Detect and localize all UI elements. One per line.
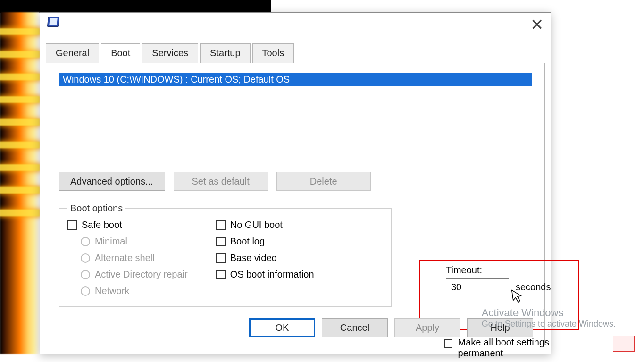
ad-repair-label: Active Directory repair: [95, 269, 188, 280]
no-gui-boot-label: No GUI boot: [230, 219, 283, 230]
no-gui-boot-input[interactable]: [216, 220, 226, 230]
tab-tools[interactable]: Tools: [252, 43, 294, 63]
background-side-flames: [0, 12, 40, 354]
boot-options-col-2: No GUI boot Boot log Base video OS: [216, 219, 314, 296]
minimal-input: [81, 237, 90, 246]
base-video-label: Base video: [230, 253, 277, 263]
boot-options-group: Boot options Safe boot Minimal: [59, 203, 392, 307]
network-input: [81, 286, 90, 296]
os-boot-info-checkbox[interactable]: OS boot information: [216, 269, 314, 280]
os-list-item[interactable]: Windows 10 (C:\WINDOWS) : Current OS; De…: [59, 73, 532, 86]
tab-boot[interactable]: Boot: [101, 43, 140, 63]
help-button[interactable]: Help: [467, 318, 533, 337]
os-list[interactable]: Windows 10 (C:\WINDOWS) : Current OS; De…: [59, 73, 532, 166]
boot-options-col-1: Safe boot Minimal Alternate shell A: [67, 219, 188, 296]
advanced-options-button[interactable]: Advanced options...: [59, 172, 165, 191]
close-icon: ✕: [530, 16, 544, 34]
cancel-button[interactable]: Cancel: [322, 318, 388, 337]
alternate-shell-radio: Alternate shell: [81, 253, 188, 263]
delete-button: Delete: [276, 172, 371, 191]
boot-tab-panel: Windows 10 (C:\WINDOWS) : Current OS; De…: [46, 63, 545, 344]
set-as-default-button: Set as default: [174, 172, 268, 191]
tab-general[interactable]: General: [46, 43, 99, 63]
timeout-input[interactable]: [446, 278, 509, 295]
dialog-footer: OK Cancel Apply Help: [249, 318, 533, 337]
boot-log-checkbox[interactable]: Boot log: [216, 236, 314, 247]
ad-repair-input: [81, 270, 90, 279]
boot-log-label: Boot log: [230, 236, 265, 247]
make-permanent-label: Make all boot settings permanent: [458, 337, 567, 359]
base-video-input[interactable]: [216, 253, 226, 263]
tab-startup[interactable]: Startup: [200, 43, 250, 63]
base-video-checkbox[interactable]: Base video: [216, 253, 314, 263]
msconfig-dialog: ✕ General Boot Services Startup Tools Wi…: [40, 12, 551, 354]
network-label: Network: [95, 286, 129, 296]
app-icon: [47, 17, 59, 27]
background-top-strip: [0, 0, 271, 13]
network-radio: Network: [81, 286, 188, 296]
os-boot-info-label: OS boot information: [230, 269, 314, 280]
make-permanent-row[interactable]: Make all boot settings permanent: [444, 337, 567, 359]
safe-boot-checkbox[interactable]: Safe boot: [67, 219, 188, 230]
timeout-label: Timeout:: [446, 265, 568, 276]
boot-options-legend: Boot options: [67, 203, 125, 214]
close-button[interactable]: ✕: [526, 17, 548, 35]
apply-button: Apply: [394, 318, 460, 337]
alternate-shell-input: [81, 253, 90, 263]
minimal-radio: Minimal: [81, 236, 188, 247]
title-bar: ✕: [40, 13, 551, 43]
safe-boot-input[interactable]: [67, 220, 77, 230]
alternate-shell-label: Alternate shell: [95, 253, 155, 263]
ad-repair-radio: Active Directory repair: [81, 269, 188, 280]
boot-log-input[interactable]: [216, 237, 226, 246]
tab-services[interactable]: Services: [142, 43, 198, 63]
os-boot-info-input[interactable]: [216, 270, 226, 279]
no-gui-boot-checkbox[interactable]: No GUI boot: [216, 219, 314, 230]
corner-thumbnail: [613, 336, 635, 352]
ok-button[interactable]: OK: [249, 318, 315, 337]
minimal-label: Minimal: [95, 236, 127, 247]
timeout-unit: seconds: [516, 282, 551, 293]
tab-strip: General Boot Services Startup Tools: [46, 43, 545, 63]
safe-boot-label: Safe boot: [82, 219, 122, 230]
boot-button-row: Advanced options... Set as default Delet…: [59, 172, 532, 191]
make-permanent-checkbox[interactable]: [444, 339, 452, 348]
